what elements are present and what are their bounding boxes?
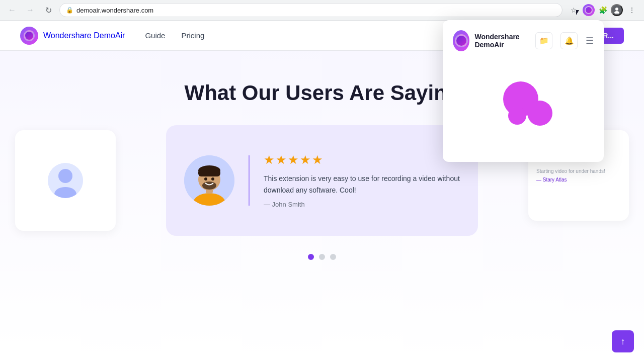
ext-menu-icon: ☰ (586, 36, 594, 46)
ext-folder-button[interactable]: 📁 (535, 32, 552, 49)
ext-popup-logo-icon (453, 30, 469, 51)
ext-popup-header: Wondershare DemoAir 📁 🔔 ☰ (453, 30, 594, 51)
dot-2[interactable] (319, 254, 325, 260)
extension-popup: Wondershare DemoAir 📁 🔔 ☰ (443, 20, 604, 162)
scroll-top-button[interactable]: ↑ (612, 330, 634, 352)
svg-point-11 (204, 177, 207, 180)
bookmark-button[interactable]: ☆ (567, 3, 581, 17)
svg-point-0 (615, 8, 618, 11)
ext-menu-button[interactable]: ☰ (586, 35, 594, 46)
ext-bell-button[interactable]: 🔔 (560, 32, 578, 49)
lock-icon: 🔒 (66, 7, 73, 14)
testimonial-stars: ★★★★★ (264, 153, 460, 167)
forward-button[interactable]: → (23, 3, 37, 17)
bubble-small (508, 107, 526, 125)
browser-chrome: ← → ↻ 🔒 demoair.wondershare.com ☆ 🧩 ⋮ (0, 0, 644, 21)
testimonial-avatar (184, 155, 234, 206)
back-button[interactable]: ← (5, 3, 19, 17)
svg-point-13 (202, 182, 216, 190)
extension-icon[interactable] (583, 4, 595, 16)
folder-icon: 📁 (539, 36, 549, 45)
refresh-button[interactable]: ↻ (41, 3, 55, 17)
ext-popup-bubbles (453, 61, 594, 152)
scroll-top-icon: ↑ (621, 336, 625, 347)
svg-point-1 (614, 11, 619, 14)
testimonial-card-bg-left (15, 130, 116, 231)
ext-popup-actions: 📁 🔔 ☰ (535, 32, 594, 49)
url-text: demoair.wondershare.com (76, 7, 153, 14)
bg-right-attr: — Stary Atlas (536, 177, 567, 183)
svg-point-3 (58, 169, 72, 183)
nav-links: Guide Pricing (145, 31, 479, 40)
site-logo[interactable]: Wondershare DemoAir (20, 27, 125, 45)
testimonial-content: ★★★★★ This extension is very easy to use… (264, 153, 460, 208)
testimonial-author: — John Smith (264, 201, 460, 208)
svg-rect-10 (198, 169, 220, 176)
dot-3[interactable] (330, 254, 336, 260)
bg-right-text: Starting video for under hands! (536, 168, 605, 174)
extensions-button[interactable]: 🧩 (597, 4, 609, 16)
testimonial-divider (249, 155, 250, 206)
chrome-menu-button[interactable]: ⋮ (625, 3, 639, 17)
bg-avatar-left (48, 163, 83, 198)
ext-popup-logo: Wondershare DemoAir (453, 30, 535, 51)
svg-point-12 (211, 177, 214, 180)
carousel-dots (0, 254, 644, 270)
nav-link-pricing[interactable]: Pricing (181, 31, 204, 40)
bell-icon: 🔔 (565, 36, 574, 45)
testimonial-card-main: ★★★★★ This extension is very easy to use… (166, 125, 478, 236)
testimonial-text: This extension is very easy to use for r… (264, 173, 460, 196)
ext-popup-title: Wondershare DemoAir (474, 33, 535, 49)
bubble-medium (527, 101, 552, 126)
nav-link-guide[interactable]: Guide (145, 31, 165, 40)
dot-1[interactable] (308, 254, 314, 260)
profile-button[interactable] (611, 4, 623, 16)
address-bar[interactable]: 🔒 demoair.wondershare.com (59, 3, 562, 17)
logo-text: Wondershare DemoAir (43, 31, 125, 40)
